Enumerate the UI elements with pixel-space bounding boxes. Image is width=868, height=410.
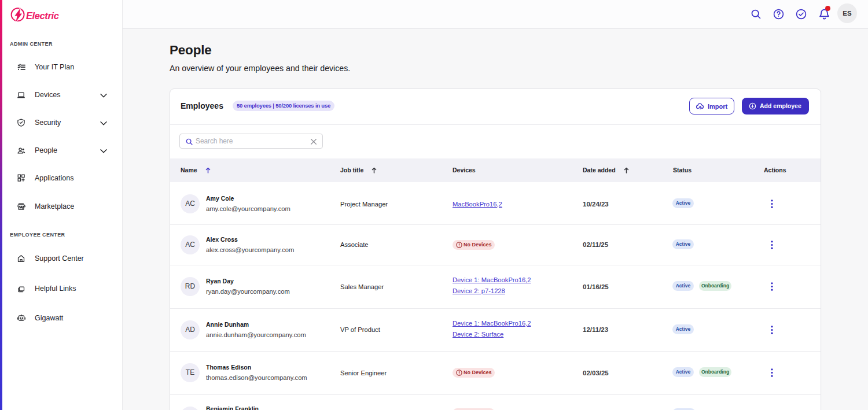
svg-text:Electric: Electric — [26, 10, 59, 21]
